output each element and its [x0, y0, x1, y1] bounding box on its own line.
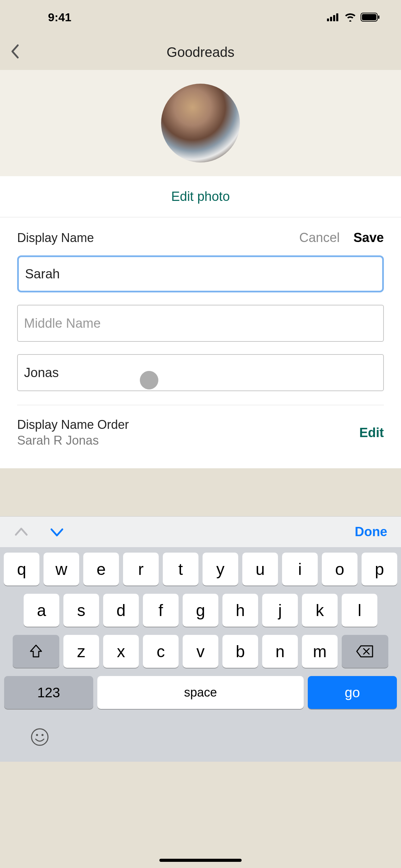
nav-bar: Goodreads — [0, 34, 401, 70]
key-p[interactable]: p — [362, 553, 397, 586]
edit-photo-row[interactable]: Edit photo — [0, 176, 401, 217]
display-name-form: Display Name Cancel Save Display Name Or… — [0, 217, 401, 468]
nav-title: Goodreads — [167, 45, 234, 60]
emoji-icon[interactable] — [30, 727, 49, 747]
keyboard: q w e r t y u i o p a s d f g h j k l z … — [0, 547, 401, 762]
chevron-left-icon — [10, 44, 20, 59]
profile-avatar[interactable] — [161, 84, 240, 162]
key-y[interactable]: y — [203, 553, 238, 586]
svg-rect-5 — [362, 14, 376, 20]
svg-point-8 — [36, 734, 38, 736]
svg-point-9 — [41, 734, 44, 736]
key-r[interactable]: r — [123, 553, 159, 586]
key-f[interactable]: f — [143, 594, 179, 627]
key-z[interactable]: z — [63, 635, 99, 668]
keyboard-accessory-bar: Done — [0, 516, 401, 547]
keyboard-bottom-row — [3, 717, 398, 762]
order-label: Display Name Order — [17, 418, 129, 432]
svg-rect-2 — [333, 15, 335, 21]
keyboard-row-2: a s d f g h j k l — [3, 594, 398, 627]
key-g[interactable]: g — [183, 594, 218, 627]
key-h[interactable]: h — [222, 594, 258, 627]
svg-rect-6 — [378, 15, 379, 19]
key-123[interactable]: 123 — [4, 676, 93, 709]
first-name-input[interactable] — [17, 255, 384, 292]
key-c[interactable]: c — [143, 635, 179, 668]
svg-point-7 — [32, 729, 48, 745]
key-u[interactable]: u — [242, 553, 278, 586]
key-d[interactable]: d — [103, 594, 139, 627]
key-s[interactable]: s — [63, 594, 99, 627]
middle-name-input[interactable] — [17, 305, 384, 342]
prev-field-icon[interactable] — [14, 527, 29, 538]
key-e[interactable]: e — [83, 553, 119, 586]
key-k[interactable]: k — [302, 594, 338, 627]
key-l[interactable]: l — [342, 594, 377, 627]
back-button[interactable] — [10, 44, 20, 60]
cellular-icon — [327, 13, 340, 21]
touch-indicator — [140, 371, 158, 389]
last-name-input[interactable] — [17, 354, 384, 391]
photo-section — [0, 70, 401, 176]
key-q[interactable]: q — [4, 553, 39, 586]
home-indicator[interactable] — [159, 859, 242, 862]
divider — [17, 405, 384, 405]
display-name-label-row: Display Name Cancel Save — [17, 230, 384, 245]
wifi-icon — [344, 13, 356, 22]
key-i[interactable]: i — [282, 553, 318, 586]
svg-rect-1 — [330, 17, 332, 21]
order-value: Sarah R Jonas — [17, 433, 129, 448]
keyboard-row-4: 123 space go — [3, 676, 398, 709]
svg-rect-3 — [336, 13, 338, 21]
key-space[interactable]: space — [97, 676, 304, 709]
svg-rect-0 — [327, 19, 329, 21]
keyboard-row-3: z x c v b n m — [3, 635, 398, 668]
status-icons — [327, 13, 380, 22]
key-w[interactable]: w — [44, 553, 79, 586]
keyboard-row-1: q w e r t y u i o p — [3, 553, 398, 586]
save-button[interactable]: Save — [353, 230, 384, 245]
key-x[interactable]: x — [103, 635, 139, 668]
key-go[interactable]: go — [308, 676, 397, 709]
key-t[interactable]: t — [163, 553, 198, 586]
key-n[interactable]: n — [262, 635, 298, 668]
backspace-icon — [356, 644, 374, 658]
next-field-icon[interactable] — [49, 527, 64, 538]
display-name-order-row: Display Name Order Sarah R Jonas Edit — [17, 418, 384, 448]
battery-icon — [361, 13, 380, 22]
status-bar: 9:41 — [0, 0, 401, 34]
key-o[interactable]: o — [322, 553, 357, 586]
key-shift[interactable] — [13, 635, 59, 668]
edit-photo-link: Edit photo — [171, 189, 230, 204]
keyboard-done-button[interactable]: Done — [355, 525, 387, 539]
key-j[interactable]: j — [262, 594, 298, 627]
cancel-button[interactable]: Cancel — [299, 230, 340, 245]
status-time: 9:41 — [48, 11, 71, 24]
key-b[interactable]: b — [222, 635, 258, 668]
key-a[interactable]: a — [24, 594, 59, 627]
shift-icon — [28, 644, 44, 659]
key-m[interactable]: m — [302, 635, 338, 668]
key-v[interactable]: v — [183, 635, 218, 668]
key-backspace[interactable] — [342, 635, 388, 668]
display-name-label: Display Name — [17, 231, 94, 245]
edit-order-button[interactable]: Edit — [359, 425, 384, 440]
